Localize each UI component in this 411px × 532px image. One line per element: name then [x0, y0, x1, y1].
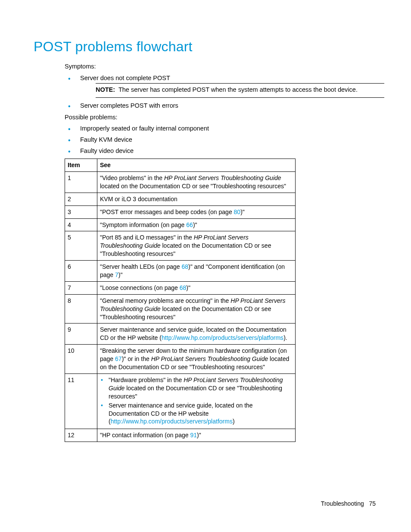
see-cell: "Hardware problems" in the HP ProLiant S… [97, 373, 296, 429]
symptom-item: Server completes POST with errors [65, 102, 377, 109]
page-footer: Troubleshooting 75 [321, 500, 376, 507]
item-cell: 12 [65, 429, 97, 442]
item-cell: 6 [65, 261, 97, 282]
symptoms-label: Symptoms: [65, 62, 377, 71]
web-link[interactable]: http://www.hp.com/products/servers/platf… [162, 334, 283, 341]
see-cell: KVM or iLO 3 documentation [97, 193, 296, 205]
item-cell: 5 [65, 231, 97, 261]
symptom-text: Server does not complete POST [80, 75, 170, 81]
table-row: 6 "Server health LEDs (on page 68)" and … [65, 261, 296, 282]
reference-table: Item See 1 "Video problems" in the HP Pr… [65, 159, 296, 442]
page-link[interactable]: 91 [190, 432, 197, 439]
see-cell: Server maintenance and service guide, lo… [97, 324, 296, 345]
table-row: 12 "HP contact information (on page 91)" [65, 429, 296, 442]
item-cell: 4 [65, 218, 97, 231]
see-cell: "POST error messages and beep codes (on … [97, 205, 296, 218]
table-row: 7 "Loose connections (on page 68)" [65, 281, 296, 294]
see-cell: "Loose connections (on page 68)" [97, 281, 296, 294]
item-cell: 3 [65, 205, 97, 218]
possible-item: Faulty video device [65, 147, 377, 154]
note-text: The server has completed POST when the s… [118, 86, 358, 93]
see-cell: "Symptom information (on page 66)" [97, 218, 296, 231]
item-cell: 1 [65, 172, 97, 193]
table-header-see: See [97, 159, 296, 172]
table-row: 8 "General memory problems are occurring… [65, 294, 296, 324]
footer-page-number: 75 [369, 500, 376, 507]
possible-item: Improperly seated or faulty internal com… [65, 125, 377, 132]
item-cell: 2 [65, 193, 97, 205]
note-block: NOTE: The server has completed POST when… [96, 83, 384, 98]
page-link[interactable]: 67 [115, 355, 122, 362]
see-cell: "Port 85 and iLO messages" in the HP Pro… [97, 231, 296, 261]
footer-section: Troubleshooting [321, 500, 364, 507]
page-link[interactable]: 66 [186, 221, 193, 228]
item-cell: 8 [65, 294, 97, 324]
see-cell: "Video problems" in the HP ProLiant Serv… [97, 172, 296, 193]
page-link[interactable]: 68 [181, 263, 188, 270]
note-label: NOTE: [96, 86, 115, 93]
page-heading: POST problems flowchart [34, 39, 377, 55]
page-link[interactable]: 80 [234, 208, 241, 215]
table-row: 2 KVM or iLO 3 documentation [65, 193, 296, 205]
possible-problems-label: Possible problems: [65, 113, 377, 122]
item-cell: 9 [65, 324, 97, 345]
item-cell: 10 [65, 345, 97, 374]
page-link[interactable]: 7 [115, 271, 118, 278]
symptom-item: Server does not complete POST NOTE: The … [65, 75, 377, 98]
item-cell: 7 [65, 281, 97, 294]
table-row: 9 Server maintenance and service guide, … [65, 324, 296, 345]
table-row: 3 "POST error messages and beep codes (o… [65, 205, 296, 218]
item-cell: 11 [65, 373, 97, 429]
see-cell: "HP contact information (on page 91)" [97, 429, 296, 442]
table-row: 5 "Port 85 and iLO messages" in the HP P… [65, 231, 296, 261]
web-link[interactable]: http://www.hp.com/products/servers/platf… [111, 418, 233, 425]
possible-item: Faulty KVM device [65, 136, 377, 143]
table-header-item: Item [65, 159, 97, 172]
table-row: 4 "Symptom information (on page 66)" [65, 218, 296, 231]
table-row: 11 "Hardware problems" in the HP ProLian… [65, 373, 296, 429]
table-row: 1 "Video problems" in the HP ProLiant Se… [65, 172, 296, 193]
list-item: "Hardware problems" in the HP ProLiant S… [100, 376, 293, 401]
list-item: Server maintenance and service guide, lo… [100, 401, 293, 426]
table-row: 10 "Breaking the server down to the mini… [65, 345, 296, 374]
see-cell: "General memory problems are occurring" … [97, 294, 296, 324]
page-link[interactable]: 68 [180, 284, 187, 291]
see-cell: "Breaking the server down to the minimum… [97, 345, 296, 374]
see-cell: "Server health LEDs (on page 68)" and "C… [97, 261, 296, 282]
